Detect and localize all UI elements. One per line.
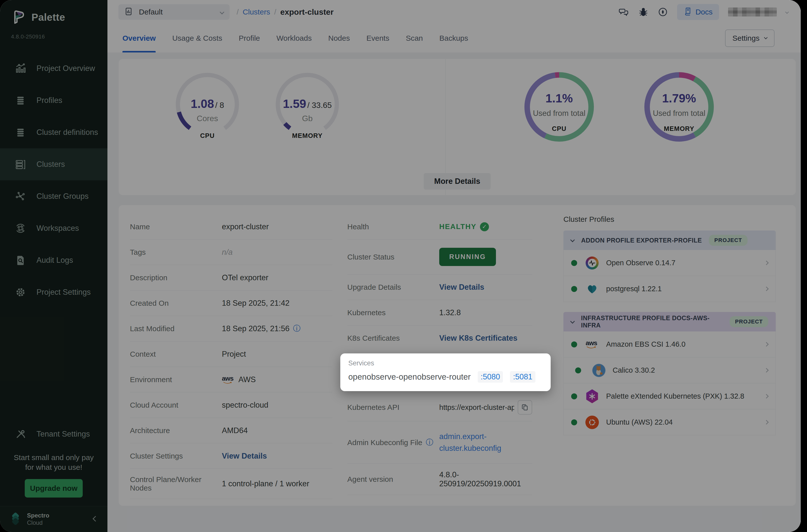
services-label: Services <box>348 359 543 367</box>
service-name: openobserve-openobserve-router <box>348 372 471 382</box>
services-row: openobserve-openobserve-router :5080 :50… <box>348 371 543 383</box>
service-port-link-5081[interactable]: :5081 <box>510 371 536 383</box>
spotlight-dim-overlay <box>0 0 801 532</box>
services-spotlight-card: Services openobserve-openobserve-router … <box>340 354 551 391</box>
app-window: Palette 4.8.0-250916 Project Overview <box>0 0 801 532</box>
service-port-link-5080[interactable]: :5080 <box>478 371 503 383</box>
